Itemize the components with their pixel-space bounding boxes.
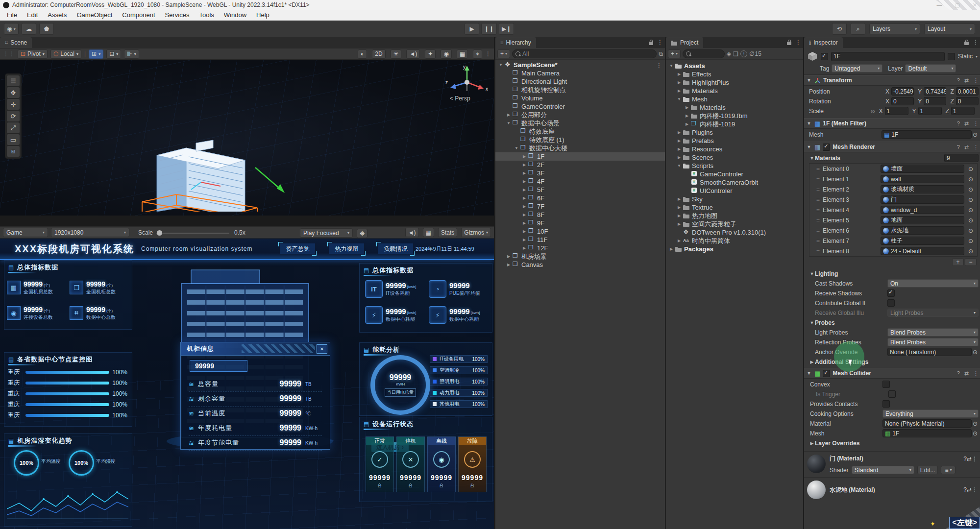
hierarchy-item[interactable]: 特效底座 (1) [495,136,665,144]
drag-handle-icon[interactable]: = [816,217,820,224]
scene-view-option-button[interactable]: ✦ [425,49,436,59]
object-picker-icon[interactable]: ⊙ [967,207,974,214]
foldout-arrow[interactable]: ▼ [669,64,674,68]
foldout-arrow[interactable]: ▶ [522,179,527,184]
help-icon[interactable]: ? [957,77,960,83]
add-material-button[interactable]: + [952,258,964,266]
scene-viewport[interactable]: ☰✥✛⟳⤢▭⧈ y x z < Persp [0,60,494,216]
shader-dropdown[interactable]: Standard▾ [852,466,914,474]
object-picker-icon[interactable]: ⊙ [967,238,974,244]
foldout-arrow[interactable]: ▼ [677,164,682,168]
lock-icon[interactable] [649,42,653,45]
material-field[interactable]: 墙面 [881,165,964,173]
scale-slider-track[interactable] [156,233,229,234]
hierarchy-item[interactable]: ▶ 9F [495,219,665,227]
foldout-arrow[interactable]: ▶ [506,263,511,267]
hierarchy-item[interactable]: ▶ 5F [495,186,665,194]
foldout-arrow[interactable]: ▶ [677,155,682,160]
probes-foldout[interactable]: Probes [815,319,835,326]
menu-item[interactable]: Assets [43,10,72,21]
material-field[interactable]: wall [881,175,964,183]
component-kebab-icon[interactable]: ⋮ [973,120,979,127]
foldout-arrow[interactable]: ▶ [522,229,527,234]
foldout-arrow[interactable]: ▶ [677,89,682,93]
material-field[interactable]: 水泥地 [881,226,964,235]
popup-header[interactable]: 机柜信息 ✕ [181,342,330,356]
collab-button[interactable]: ⬟ [39,23,54,35]
hierarchy-search-input[interactable]: All [512,49,657,58]
layers-dropdown[interactable]: Layers▾ [869,24,920,34]
material-field[interactable]: 24 - Default [881,247,964,255]
tab-hierarchy[interactable]: ≡Hierarchy [495,37,536,48]
collider-mesh-field[interactable]: ▦1F [882,429,972,437]
component-kebab-icon[interactable]: ⋮ [973,370,979,377]
layer-dropdown[interactable]: Default▾ [905,64,956,72]
anchor-override-field[interactable]: None (Transform) [887,348,972,356]
dashboard-nav-button[interactable]: 热力视图 [329,243,364,254]
scene-tool-button[interactable]: ⤢ [7,122,20,133]
position-y-field[interactable]: 0.74249 [924,87,946,96]
mesh-field[interactable]: ▦1F [882,130,972,139]
project-item[interactable]: ▶ 时尚中黑简体 [666,237,803,245]
persp-label[interactable]: < Persp [450,95,470,102]
inspector-kebab-icon[interactable]: ⋮ [973,39,979,46]
scene-view-option-button[interactable]: ☀ [391,49,402,59]
hierarchy-item[interactable]: ▶ 机房场景 [495,252,665,261]
menu-item[interactable]: Help [251,10,274,21]
drag-handle-icon[interactable]: = [816,166,820,172]
project-item[interactable]: ▶ 内科楼-1019 [666,120,803,128]
account-button[interactable]: ◉▾ [4,23,19,35]
foldout-arrow[interactable]: ▶ [506,113,511,117]
object-picker-icon[interactable]: ⊙ [967,176,974,183]
physic-material-field[interactable]: None (Physic Material) [882,419,972,428]
hierarchy-item[interactable]: ▶ 8F [495,211,665,219]
transform-header[interactable]: ▼ Transform ?⇄⋮ [804,75,980,86]
foldout-arrow[interactable]: ▶ [685,122,689,126]
presets-icon[interactable]: ⇄ [964,120,969,127]
material-element-row[interactable]: = Element 3 门 ⊙ [809,194,977,205]
scale-z-field[interactable]: 1 [951,107,975,115]
stats-button[interactable]: Stats [438,228,457,237]
material-field[interactable]: 柱子 [881,237,964,245]
material-element-row[interactable]: = Element 5 地面 ⊙ [809,215,977,225]
material-element-row[interactable]: = Element 0 墙面 ⊙ [809,164,977,174]
scale-y-field[interactable]: 1 [918,107,942,115]
hierarchy-item[interactable]: ▶ 10F [495,227,665,236]
search-by-label-icon[interactable]: ❑ [733,50,738,57]
lock-icon[interactable] [787,42,791,45]
mesh-collider-header[interactable]: ▼▦ Mesh Collider ?⇄⋮ [804,368,980,379]
hierarchy-item[interactable]: ▶ 公用部分 [495,111,665,119]
foldout-arrow[interactable]: ▶ [677,239,682,243]
scene-building-model[interactable] [122,70,328,212]
shader-menu-button[interactable]: ≡ ▾ [941,466,956,474]
lock-icon[interactable] [964,42,969,45]
convex-checkbox[interactable] [882,381,890,388]
play-focused-dropdown[interactable]: Play Focused▾ [300,228,353,238]
scene-tool-button[interactable]: ✛ [7,99,20,110]
hierarchy-item[interactable]: ▼ 数据中心场景 [495,119,665,127]
menu-item[interactable]: Services [160,10,195,21]
scale-slider-knob[interactable] [157,230,162,236]
play-button[interactable]: ▶ [465,23,479,35]
scene-view-option-button[interactable]: ▦ [457,49,468,59]
menu-item[interactable]: GameObject [72,10,117,21]
object-picker-icon[interactable]: ⊙ [967,248,974,255]
hierarchy-item[interactable]: ▶ 3F [495,169,665,177]
foldout-arrow[interactable]: ▶ [506,254,511,259]
menu-item[interactable]: File [2,10,22,21]
foldout-arrow[interactable]: ▶ [677,147,682,151]
create-asset-button[interactable]: +▾ [668,49,681,58]
rotation-z-field[interactable]: 0 [956,97,979,105]
local-dropdown[interactable]: ⬡Local▾ [50,49,81,59]
foldout-arrow[interactable]: ▶ [522,196,527,200]
foldout-arrow[interactable]: ▶ [677,72,682,76]
project-item[interactable]: ▼ Assets [666,62,803,70]
object-picker-icon[interactable]: ⊙ [967,166,974,172]
menu-item[interactable]: Component [117,10,160,21]
scene-view-option-button[interactable]: ⌖ [473,49,482,59]
object-picker-icon[interactable]: ⊙ [972,349,979,356]
material-field[interactable]: 门 [881,195,964,204]
scene-view-option-button[interactable]: ◐ [358,49,367,59]
project-item[interactable]: ▶ Prefabs [666,137,803,145]
scene-view-option-button[interactable]: ◄) [406,49,420,59]
